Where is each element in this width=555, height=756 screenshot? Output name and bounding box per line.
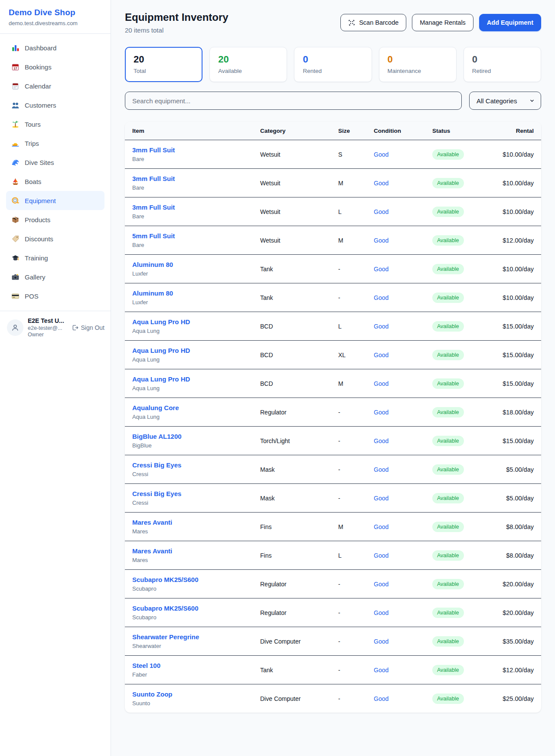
condition-link[interactable]: Good bbox=[374, 638, 388, 645]
sidebar-item-dive-sites[interactable]: Dive Sites bbox=[6, 153, 104, 172]
sidebar-item-gallery[interactable]: Gallery bbox=[6, 267, 104, 286]
sidebar-nav: Dashboard 17 Bookings Calendar Customers… bbox=[0, 34, 111, 309]
sidebar-item-customers[interactable]: Customers bbox=[6, 95, 104, 115]
condition-link[interactable]: Good bbox=[374, 323, 388, 330]
item-link[interactable]: Scubapro MK25/S600 bbox=[132, 605, 245, 612]
stat-card-maintenance[interactable]: 0 Maintenance bbox=[379, 47, 457, 82]
stat-card-rented[interactable]: 0 Rented bbox=[294, 47, 372, 82]
add-equipment-label: Add Equipment bbox=[487, 19, 533, 26]
condition-link[interactable]: Good bbox=[374, 466, 388, 473]
category-cell: Mask bbox=[253, 455, 331, 484]
item-link[interactable]: Aluminum 80 bbox=[132, 261, 245, 268]
category-cell: BCD bbox=[253, 341, 331, 369]
stat-card-total[interactable]: 20 Total bbox=[125, 47, 202, 82]
stat-card-retired[interactable]: 0 Retired bbox=[464, 47, 541, 82]
condition-link[interactable]: Good bbox=[374, 609, 388, 616]
user-section: E2E Test U... e2e-tester@... Owner Sign … bbox=[0, 311, 111, 345]
table-row: Aqualung Core Aqua Lung Regulator - Good… bbox=[125, 398, 541, 427]
category-select-value: All Categories bbox=[477, 97, 517, 105]
stat-card-available[interactable]: 20 Available bbox=[209, 47, 287, 82]
sidebar-item-label: Dive Sites bbox=[25, 159, 54, 166]
sidebar-item-boats[interactable]: Boats bbox=[6, 172, 104, 191]
condition-link[interactable]: Good bbox=[374, 523, 388, 530]
condition-link[interactable]: Good bbox=[374, 380, 388, 387]
item-link[interactable]: Scubapro MK25/S600 bbox=[132, 576, 245, 583]
item-link[interactable]: Cressi Big Eyes bbox=[132, 490, 245, 497]
condition-link[interactable]: Good bbox=[374, 352, 388, 358]
item-link[interactable]: 3mm Full Suit bbox=[132, 146, 245, 154]
sidebar-item-dashboard[interactable]: Dashboard bbox=[6, 38, 104, 57]
size-cell: M bbox=[331, 369, 366, 398]
item-link[interactable]: Cressi Big Eyes bbox=[132, 461, 245, 469]
condition-link[interactable]: Good bbox=[374, 495, 388, 502]
condition-link[interactable]: Good bbox=[374, 695, 388, 702]
sidebar-item-calendar[interactable]: Calendar bbox=[6, 76, 104, 95]
condition-link[interactable]: Good bbox=[374, 237, 388, 244]
stat-label: Rented bbox=[303, 68, 363, 74]
condition-link[interactable]: Good bbox=[374, 409, 388, 416]
condition-link[interactable]: Good bbox=[374, 667, 388, 674]
sidebar-item-discounts[interactable]: Discounts bbox=[6, 229, 104, 248]
sidebar-item-bookings[interactable]: 17 Bookings bbox=[6, 57, 104, 76]
size-cell: XL bbox=[331, 341, 366, 369]
item-link[interactable]: Suunto Zoop bbox=[132, 690, 245, 698]
rental-cell: $10.00/day bbox=[490, 169, 541, 197]
sign-out-button[interactable]: Sign Out bbox=[72, 324, 104, 331]
search-input[interactable] bbox=[125, 92, 462, 110]
rental-cell: $35.00/day bbox=[490, 627, 541, 656]
condition-link[interactable]: Good bbox=[374, 437, 388, 444]
sidebar-item-equipment[interactable]: Equipment bbox=[6, 191, 104, 210]
table-row: BigBlue AL1200 BigBlue Torch/Light - Goo… bbox=[125, 427, 541, 455]
manage-rentals-button[interactable]: Manage Rentals bbox=[412, 14, 473, 31]
size-cell: - bbox=[331, 283, 366, 312]
rental-cell: $15.00/day bbox=[490, 427, 541, 455]
condition-link[interactable]: Good bbox=[374, 294, 388, 301]
sidebar-item-trips[interactable]: Trips bbox=[6, 134, 104, 153]
status-badge: Available bbox=[432, 522, 464, 532]
sidebar-item-tours[interactable]: Tours bbox=[6, 115, 104, 134]
item-link[interactable]: Shearwater Peregrine bbox=[132, 633, 245, 641]
person-icon bbox=[11, 324, 19, 332]
condition-link[interactable]: Good bbox=[374, 581, 388, 588]
avatar bbox=[7, 319, 23, 336]
item-link[interactable]: Mares Avanti bbox=[132, 519, 245, 526]
item-link[interactable]: 3mm Full Suit bbox=[132, 204, 245, 211]
item-link[interactable]: Steel 100 bbox=[132, 662, 245, 669]
scan-barcode-button[interactable]: Scan Barcode bbox=[340, 14, 406, 31]
rental-cell: $20.00/day bbox=[490, 598, 541, 627]
category-cell: Tank bbox=[253, 255, 331, 283]
item-link[interactable]: BigBlue AL1200 bbox=[132, 433, 245, 440]
size-cell: - bbox=[331, 656, 366, 684]
category-select[interactable]: All Categories bbox=[469, 92, 541, 110]
item-link[interactable]: 3mm Full Suit bbox=[132, 175, 245, 182]
condition-link[interactable]: Good bbox=[374, 552, 388, 559]
condition-link[interactable]: Good bbox=[374, 208, 388, 215]
item-link[interactable]: Aqua Lung Pro HD bbox=[132, 318, 245, 325]
add-equipment-button[interactable]: Add Equipment bbox=[479, 14, 541, 31]
item-brand: Cressi bbox=[132, 500, 245, 506]
category-cell: Dive Computer bbox=[253, 684, 331, 713]
item-brand: Suunto bbox=[132, 700, 245, 707]
item-link[interactable]: 5mm Full Suit bbox=[132, 232, 245, 240]
sidebar-item-pos[interactable]: POS bbox=[6, 286, 104, 306]
item-link[interactable]: Mares Avanti bbox=[132, 547, 245, 555]
item-link[interactable]: Aluminum 80 bbox=[132, 289, 245, 297]
sidebar-item-label: Bookings bbox=[25, 63, 52, 71]
table-row: Aqua Lung Pro HD Aqua Lung BCD XL Good A… bbox=[125, 341, 541, 369]
sidebar-item-training[interactable]: Training bbox=[6, 248, 104, 267]
status-badge: Available bbox=[432, 321, 464, 332]
sidebar-item-products[interactable]: Products bbox=[6, 210, 104, 229]
size-cell: L bbox=[331, 197, 366, 226]
item-link[interactable]: Aqua Lung Pro HD bbox=[132, 347, 245, 354]
size-cell: - bbox=[331, 398, 366, 427]
column-header-condition: Condition bbox=[366, 122, 425, 140]
credit-card-icon bbox=[11, 292, 20, 300]
condition-link[interactable]: Good bbox=[374, 180, 388, 187]
item-link[interactable]: Aqua Lung Pro HD bbox=[132, 375, 245, 383]
speedboat-icon bbox=[11, 139, 20, 148]
condition-link[interactable]: Good bbox=[374, 266, 388, 273]
condition-link[interactable]: Good bbox=[374, 151, 388, 158]
item-link[interactable]: Aqualung Core bbox=[132, 404, 245, 411]
status-badge: Available bbox=[432, 207, 464, 217]
status-badge: Available bbox=[432, 264, 464, 274]
